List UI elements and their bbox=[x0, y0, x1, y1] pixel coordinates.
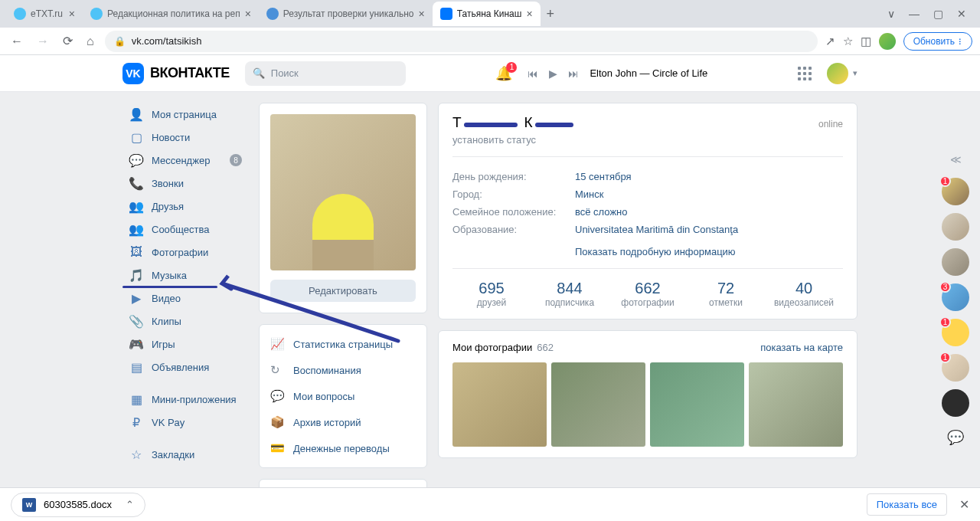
maximize-icon[interactable]: ▢ bbox=[933, 8, 943, 20]
nav-photos[interactable]: 🖼Фотографии bbox=[122, 241, 248, 264]
show-more-info[interactable]: Показать подробную информацию bbox=[452, 246, 843, 257]
contact-item[interactable]: 3 bbox=[942, 283, 969, 311]
new-tab-button[interactable]: + bbox=[541, 6, 561, 22]
forward-button: → bbox=[34, 31, 52, 51]
url-text: vk.com/tatsikish bbox=[132, 35, 202, 47]
nav-clips[interactable]: 📎Клипы bbox=[122, 310, 248, 333]
close-window-icon[interactable]: ✕ bbox=[957, 8, 966, 20]
left-nav: 👤Моя страница ▢Новости 💬Мессенджер8 📞Зво… bbox=[122, 103, 248, 514]
chevron-up-icon: ⌃ bbox=[126, 499, 134, 510]
profile-photo[interactable] bbox=[270, 114, 416, 270]
nav-video[interactable]: ▶Видео bbox=[122, 287, 248, 310]
profile-avatar-icon[interactable] bbox=[879, 33, 896, 50]
nav-my-page[interactable]: 👤Моя страница bbox=[122, 103, 248, 126]
header-profile[interactable]: ▾ bbox=[827, 63, 858, 84]
photo-thumb[interactable] bbox=[452, 362, 547, 447]
nav-news[interactable]: ▢Новости bbox=[122, 126, 248, 149]
nav-games[interactable]: 🎮Игры bbox=[122, 333, 248, 356]
stat-videos[interactable]: 40видеозаписей bbox=[765, 280, 843, 308]
home-button[interactable]: ⌂ bbox=[83, 31, 97, 51]
stat-followers[interactable]: 844подписчика bbox=[531, 280, 609, 308]
birthday-link[interactable]: 15 сентября bbox=[575, 171, 632, 182]
apps-grid-icon[interactable] bbox=[798, 67, 812, 80]
tab-0[interactable]: eTXT.ru× bbox=[6, 2, 83, 26]
chevron-down-icon: ▾ bbox=[853, 68, 858, 78]
photo-thumb[interactable] bbox=[650, 362, 744, 447]
contact-item[interactable]: 1 bbox=[942, 319, 969, 346]
city-link[interactable]: Минск bbox=[575, 188, 603, 200]
vk-logo[interactable]: VK ВКОНТАКТЕ bbox=[122, 63, 230, 84]
browser-update-button[interactable]: Обновить ⫶ bbox=[903, 32, 972, 51]
now-playing[interactable]: Elton John — Circle of Life bbox=[590, 67, 707, 79]
nav-messenger[interactable]: 💬Мессенджер8 bbox=[122, 149, 248, 172]
nav-communities[interactable]: 👥Сообщества bbox=[122, 218, 248, 241]
nav-vkpay[interactable]: ₽VK Pay bbox=[122, 411, 248, 434]
stat-photos[interactable]: 662фотографии bbox=[609, 280, 687, 308]
stat-tags[interactable]: 72отметки bbox=[687, 280, 765, 308]
education-link[interactable]: Universitatea Maritimă din Constanţa bbox=[575, 224, 738, 235]
show-on-map-link[interactable]: показать на карте bbox=[760, 342, 843, 353]
notifications-button[interactable]: 🔔1 bbox=[495, 65, 512, 82]
tool-questions[interactable]: 💬Мои вопросы bbox=[260, 383, 426, 409]
account-icon[interactable]: ∨ bbox=[887, 8, 895, 20]
reload-button[interactable]: ⟳ bbox=[60, 31, 76, 51]
tool-transfers[interactable]: 💳Денежные переводы bbox=[260, 435, 426, 461]
share-icon[interactable]: ↗ bbox=[825, 34, 835, 48]
close-downloads-icon[interactable]: ✕ bbox=[959, 497, 969, 512]
tab-3[interactable]: Татьяна Кинаш× bbox=[433, 2, 541, 26]
contact-item[interactable] bbox=[942, 213, 969, 241]
star-icon[interactable]: ☆ bbox=[843, 34, 853, 48]
messages-icon[interactable]: 💬 bbox=[947, 429, 964, 446]
minimize-icon[interactable]: — bbox=[909, 8, 920, 20]
extension-icon[interactable]: ◫ bbox=[861, 34, 871, 48]
download-file[interactable]: W 60303585.docx ⌃ bbox=[11, 493, 145, 517]
prev-track-button[interactable]: ⏮ bbox=[528, 67, 538, 80]
nav-bookmarks[interactable]: ☆Закладки bbox=[122, 443, 248, 466]
tab-close-icon[interactable]: × bbox=[419, 8, 425, 20]
tab-close-icon[interactable]: × bbox=[245, 8, 251, 20]
relationship-link[interactable]: всё сложно bbox=[575, 206, 628, 218]
play-button[interactable]: ▶ bbox=[549, 67, 557, 80]
photos-title: Мои фотографии bbox=[452, 342, 532, 353]
next-track-button[interactable]: ⏭ bbox=[568, 67, 579, 80]
stat-friends[interactable]: 695друзей bbox=[452, 280, 531, 308]
photo-thumb[interactable] bbox=[749, 362, 843, 447]
browser-tabs: eTXT.ru× Редакционная политика на реп× Р… bbox=[0, 0, 980, 28]
nav-calls[interactable]: 📞Звонки bbox=[122, 172, 248, 195]
tab-close-icon[interactable]: × bbox=[69, 8, 75, 20]
contact-item[interactable]: 1 bbox=[942, 354, 969, 382]
word-doc-icon: W bbox=[22, 498, 36, 512]
nav-mini-apps[interactable]: ▦Мини-приложения bbox=[122, 388, 248, 411]
contact-item[interactable] bbox=[942, 248, 969, 276]
search-input[interactable]: 🔍 Поиск bbox=[245, 61, 406, 86]
nav-ads[interactable]: ▤Объявления bbox=[122, 356, 248, 378]
collapse-contacts-icon[interactable]: ≪ bbox=[950, 153, 962, 165]
tool-stats[interactable]: 📈Статистика страницы bbox=[260, 331, 426, 357]
tab-1[interactable]: Редакционная политика на реп× bbox=[83, 2, 259, 26]
tool-memories[interactable]: ↻Воспоминания bbox=[260, 357, 426, 383]
set-status-link[interactable]: установить статус bbox=[452, 134, 843, 146]
contact-item[interactable]: 1 bbox=[942, 178, 969, 205]
edit-profile-button[interactable]: Редактировать bbox=[270, 280, 416, 302]
tab-2[interactable]: Результат проверки уникально× bbox=[259, 2, 433, 26]
contact-item[interactable] bbox=[942, 389, 969, 417]
profile-name: Т К online bbox=[452, 114, 843, 131]
lock-icon: 🔒 bbox=[114, 36, 126, 47]
search-icon: 🔍 bbox=[253, 67, 265, 79]
photo-thumb[interactable] bbox=[551, 362, 645, 447]
back-button[interactable]: ← bbox=[8, 31, 26, 51]
show-all-downloads[interactable]: Показать все bbox=[867, 493, 947, 516]
tool-archive[interactable]: 📦Архив историй bbox=[260, 409, 426, 435]
tab-close-icon[interactable]: × bbox=[526, 8, 532, 20]
nav-music[interactable]: 🎵Музыка bbox=[122, 264, 248, 287]
nav-friends[interactable]: 👥Друзья bbox=[122, 195, 248, 218]
address-bar[interactable]: 🔒 vk.com/tatsikish bbox=[105, 31, 818, 52]
